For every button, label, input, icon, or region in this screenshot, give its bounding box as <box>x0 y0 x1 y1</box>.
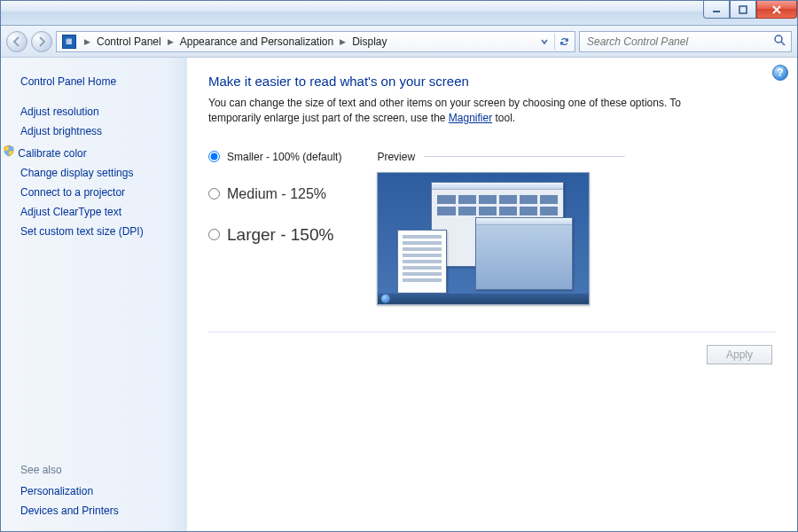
divider <box>424 156 625 157</box>
control-panel-home-link[interactable]: Control Panel Home <box>20 72 177 91</box>
back-button[interactable] <box>6 31 27 52</box>
preview-window-menu <box>397 230 447 293</box>
magnifier-link[interactable]: Magnifier <box>449 112 492 124</box>
forward-button[interactable] <box>31 31 52 52</box>
radio-medium-label: Medium - 125% <box>227 186 326 202</box>
radio-smaller-input[interactable] <box>208 151 220 162</box>
maximize-button[interactable] <box>730 1 756 19</box>
chevron-right-icon: ▶ <box>335 37 350 46</box>
search-icon[interactable] <box>773 34 786 49</box>
sidebar-link-change-display-settings[interactable]: Change display settings <box>20 163 177 183</box>
window-controls <box>703 1 797 19</box>
preview-section: Preview <box>377 151 625 305</box>
breadcrumb-control-panel[interactable]: Control Panel <box>95 35 163 48</box>
control-panel-icon: ▦ <box>62 35 76 49</box>
address-bar-row: ▦ ▶ Control Panel ▶ Appearance and Perso… <box>1 26 797 58</box>
sidebar-link-custom-dpi[interactable]: Set custom text size (DPI) <box>20 222 177 241</box>
chevron-right-icon: ▶ <box>80 37 95 46</box>
help-button[interactable]: ? <box>772 65 788 81</box>
svg-point-4 <box>775 35 782 43</box>
radio-larger-label: Larger - 150% <box>227 225 333 245</box>
page-description: You can change the size of text and othe… <box>208 96 705 126</box>
preview-start-orb <box>381 294 390 303</box>
minimize-button[interactable] <box>703 1 730 19</box>
chevron-right-icon: ▶ <box>163 37 178 46</box>
address-dropdown-button[interactable] <box>536 34 552 50</box>
breadcrumb-appearance[interactable]: Appearance and Personalization <box>178 35 335 48</box>
radio-larger-input[interactable] <box>208 229 220 240</box>
shield-icon <box>3 145 15 157</box>
svg-rect-1 <box>739 6 747 13</box>
radio-medium-input[interactable] <box>208 188 220 200</box>
see-also-label: See also <box>20 464 177 476</box>
breadcrumb-display[interactable]: Display <box>350 35 388 48</box>
preview-window-front <box>475 217 573 290</box>
size-options: Smaller - 100% (default) Medium - 125% L… <box>208 151 341 305</box>
preview-image <box>377 172 590 305</box>
radio-larger[interactable]: Larger - 150% <box>208 225 341 245</box>
sidebar-link-connect-projector[interactable]: Connect to a projector <box>20 183 177 202</box>
divider <box>208 332 776 332</box>
refresh-button[interactable] <box>554 34 570 50</box>
sidebar-link-adjust-resolution[interactable]: Adjust resolution <box>20 102 177 121</box>
seealso-link-devices-printers[interactable]: Devices and Printers <box>20 501 177 520</box>
sidebar-link-calibrate-color[interactable]: Calibrate color <box>3 141 177 163</box>
apply-button[interactable]: Apply <box>707 345 772 364</box>
radio-smaller[interactable]: Smaller - 100% (default) <box>208 151 341 163</box>
svg-line-5 <box>781 42 785 45</box>
close-button[interactable] <box>756 1 797 19</box>
sidebar-link-adjust-brightness[interactable]: Adjust brightness <box>20 121 177 141</box>
content-area: Control Panel Home Adjust resolution Adj… <box>1 58 797 531</box>
window: ▦ ▶ Control Panel ▶ Appearance and Perso… <box>0 0 798 532</box>
address-bar[interactable]: ▦ ▶ Control Panel ▶ Appearance and Perso… <box>56 31 575 52</box>
page-title: Make it easier to read what's on your sc… <box>208 74 776 89</box>
search-box[interactable] <box>579 31 792 52</box>
preview-taskbar <box>378 293 589 304</box>
preview-label: Preview <box>377 151 415 163</box>
seealso-link-personalization[interactable]: Personalization <box>20 481 177 501</box>
sidebar: Control Panel Home Adjust resolution Adj… <box>1 58 187 531</box>
sidebar-link-adjust-cleartype[interactable]: Adjust ClearType text <box>20 202 177 222</box>
search-input[interactable] <box>585 35 786 49</box>
main-panel: ? Make it easier to read what's on your … <box>187 58 797 531</box>
radio-smaller-label: Smaller - 100% (default) <box>227 151 341 163</box>
titlebar <box>1 1 797 26</box>
radio-medium[interactable]: Medium - 125% <box>208 186 341 202</box>
